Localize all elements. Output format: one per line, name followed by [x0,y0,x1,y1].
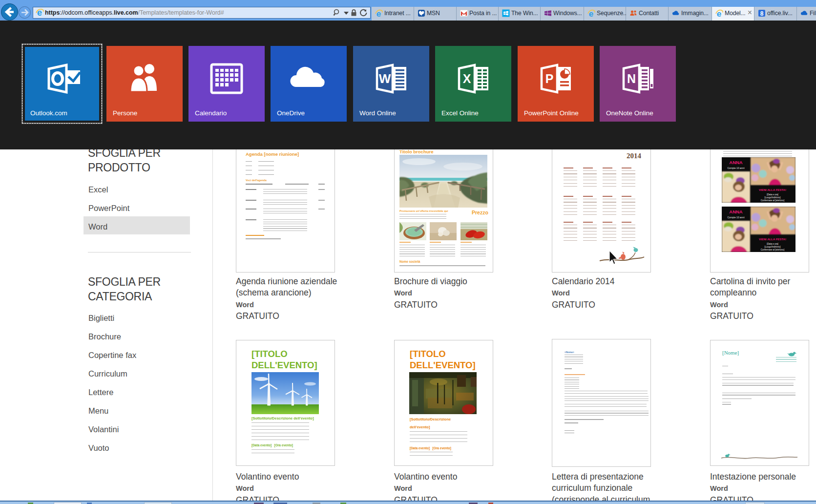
svg-text:Compie 10 anni: Compie 10 anni [727,167,744,169]
svg-text:W: W [379,71,391,86]
svg-text:P: P [545,72,554,85]
svg-text:N: N [627,72,636,85]
svg-text:e: e [589,9,593,17]
svg-text:[Luogo/Indirizzo]: [Luogo/Indirizzo] [764,246,780,248]
svg-text:Compie 10 anni: Compie 10 anni [727,216,744,219]
svg-text:e: e [377,9,381,17]
svg-text:ANNA: ANNA [729,209,743,214]
svg-text:VIENI ALLA FESTA!: VIENI ALLA FESTA! [759,189,786,191]
svg-text:Confermare al [telefono]: Confermare al [telefono] [761,249,784,251]
svg-text:[Data e ora]: [Data e ora] [767,193,778,196]
svg-text:[Luogo/Indirizzo]: [Luogo/Indirizzo] [764,196,780,199]
svg-text:e: e [717,9,721,17]
svg-text:8: 8 [760,10,764,17]
svg-text:[Data e ora]: [Data e ora] [767,243,778,245]
svg-text:e: e [37,8,42,17]
svg-text:VIENI ALLA FESTA!: VIENI ALLA FESTA! [759,238,786,241]
svg-text:Confermare al [telefono]: Confermare al [telefono] [761,199,784,202]
svg-text:X: X [463,72,471,85]
svg-text:ANNA: ANNA [729,160,743,165]
